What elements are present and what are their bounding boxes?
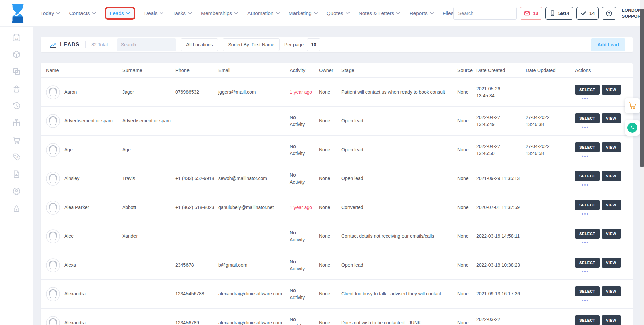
view-button[interactable]: VIEW	[602, 315, 621, 325]
more-actions-button[interactable]: •••	[575, 98, 596, 100]
chevron-down-icon	[234, 12, 238, 14]
more-actions-button[interactable]: •••	[575, 213, 596, 215]
price-tag-icon[interactable]: $	[12, 153, 21, 162]
lead-stage: Open lead	[341, 258, 457, 272]
add-lead-button[interactable]: Add Lead	[591, 38, 625, 51]
column-header: Actions	[575, 68, 633, 73]
nav-item-label: Contacts	[69, 10, 90, 16]
view-button[interactable]: VIEW	[602, 258, 621, 268]
more-actions-button[interactable]: •••	[575, 271, 596, 273]
nav-item-contacts[interactable]: Contacts	[69, 7, 96, 19]
per-page-input[interactable]	[307, 38, 320, 51]
select-button[interactable]: SELECT	[575, 142, 600, 152]
report-icon[interactable]	[12, 170, 21, 179]
account-icon[interactable]	[12, 187, 21, 196]
select-button[interactable]: SELECT	[575, 229, 600, 239]
column-header: Date Created	[476, 68, 526, 73]
lead-owner: None	[319, 258, 341, 272]
select-button[interactable]: SELECT	[575, 200, 600, 210]
calls-badge-button[interactable]: 5914	[545, 7, 573, 20]
shopping-bag-icon[interactable]	[12, 84, 21, 93]
avatar	[46, 85, 60, 99]
view-button[interactable]: VIEW	[602, 85, 621, 95]
nav-item-memberships[interactable]: Memberships	[201, 7, 238, 19]
lead-source: None	[457, 287, 476, 301]
sort-filter[interactable]: Sorted By: First Name	[223, 38, 280, 51]
lead-date-created: 2022-04-27 13:46:50	[476, 140, 526, 160]
chevron-down-icon	[92, 12, 96, 14]
history-icon[interactable]	[12, 101, 21, 110]
nav-item-today[interactable]: Today	[40, 7, 60, 19]
select-button[interactable]: SELECT	[575, 286, 600, 296]
divider	[85, 41, 86, 48]
nav-item-deals[interactable]: Deals	[144, 7, 164, 19]
floating-phone-button[interactable]	[625, 120, 640, 136]
view-button[interactable]: VIEW	[602, 229, 621, 239]
more-actions-button[interactable]: •••	[575, 242, 596, 244]
mail-badge-button[interactable]: 13	[520, 7, 542, 20]
help-button[interactable]: ?	[602, 7, 616, 20]
lead-name: Aaron	[64, 89, 77, 95]
view-button[interactable]: VIEW	[602, 171, 621, 181]
table-row[interactable]: Advertisement or spam Advertisement or s…	[41, 107, 633, 136]
lead-phone: 12345456788	[175, 287, 218, 301]
nav-item-leads[interactable]: Leads	[105, 7, 135, 20]
location-filter[interactable]: All Locations	[181, 38, 218, 51]
mail-count: 13	[533, 11, 538, 16]
app-logo[interactable]	[10, 4, 25, 23]
table-row[interactable]: Ainsley Travis +1 (433) 652-9918 sewoh@m…	[41, 164, 633, 193]
global-search-input[interactable]	[454, 7, 516, 19]
column-header: Stage	[341, 68, 457, 73]
select-button[interactable]: SELECT	[575, 113, 600, 123]
table-row[interactable]: Alexandra 12345456788 alexandra@clinicso…	[41, 280, 633, 309]
nav-item-reports[interactable]: Reports	[409, 7, 433, 19]
chart-icon	[50, 41, 57, 48]
view-button[interactable]: VIEW	[602, 142, 621, 152]
nav-item-marketing[interactable]: Marketing	[289, 7, 318, 19]
scrollbar[interactable]	[640, 0, 644, 325]
leads-search-input[interactable]	[121, 42, 182, 47]
cart-icon[interactable]	[12, 136, 21, 145]
left-sidebar: 12 $	[0, 27, 33, 325]
page-title: LEADS	[60, 42, 79, 48]
avatar	[46, 172, 60, 186]
nav-item-notes-letters[interactable]: Notes & Letters	[359, 7, 400, 19]
floating-cart-button[interactable]	[625, 98, 640, 113]
select-button[interactable]: SELECT	[575, 258, 600, 268]
table-row[interactable]: Alea Parker Abbott +1 (862) 518-8023 qan…	[41, 193, 633, 222]
select-button[interactable]: SELECT	[575, 85, 600, 95]
select-button[interactable]: SELECT	[575, 315, 600, 325]
scrollbar-thumb[interactable]	[640, 9, 644, 167]
chevron-down-icon	[188, 12, 192, 14]
table-row[interactable]: Alee Xander No Activity None Contact det…	[41, 222, 633, 251]
view-button[interactable]: VIEW	[602, 113, 621, 123]
more-actions-button[interactable]: •••	[575, 184, 596, 186]
nav-item-automation[interactable]: Automation	[247, 7, 279, 19]
view-button[interactable]: VIEW	[602, 200, 621, 210]
calendar-icon[interactable]: 12	[12, 33, 21, 42]
column-header: Source	[457, 68, 476, 73]
select-button[interactable]: SELECT	[575, 171, 600, 181]
lead-surname: Jager	[122, 85, 175, 99]
lead-activity: No Activity	[290, 111, 319, 131]
table-row[interactable]: Aaron Jager 076986532 jggers@maill.com 1…	[41, 78, 633, 107]
view-button[interactable]: VIEW	[602, 286, 621, 296]
lock-icon[interactable]	[12, 204, 21, 213]
table-row[interactable]: Age Age No Activity None Open lead None …	[41, 136, 633, 164]
nav-item-files[interactable]: Files	[443, 7, 454, 19]
more-actions-button[interactable]: •••	[575, 155, 596, 157]
gift-icon[interactable]	[12, 118, 21, 127]
nav-item-quotes[interactable]: Quotes	[327, 7, 350, 19]
copy-icon[interactable]	[12, 67, 21, 76]
phone-icon	[627, 123, 637, 133]
chevron-down-icon	[126, 12, 130, 14]
global-search	[453, 7, 516, 20]
table-row[interactable]: Alexa 2345678 b@gmail.com No Activity No…	[41, 251, 633, 280]
table-row[interactable]: Alexandra 123456789 alexandra@clinicsoft…	[41, 309, 633, 325]
more-actions-button[interactable]: •••	[575, 126, 596, 128]
tasks-badge-button[interactable]: 14	[576, 7, 599, 20]
package-icon[interactable]	[12, 50, 21, 59]
column-header: Date Updated	[526, 68, 575, 73]
nav-item-tasks[interactable]: Tasks	[172, 7, 192, 19]
more-actions-button[interactable]: •••	[575, 300, 596, 302]
